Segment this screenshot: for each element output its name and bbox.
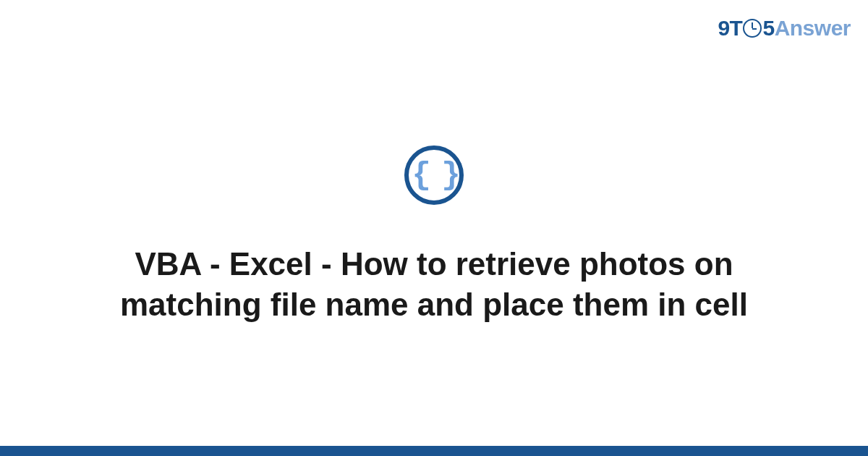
page-title: VBA - Excel - How to retrieve photos on … bbox=[109, 244, 760, 326]
code-braces-icon: { } bbox=[404, 145, 464, 205]
main-content: { } VBA - Excel - How to retrieve photos… bbox=[0, 0, 868, 456]
braces-glyph: { } bbox=[412, 159, 456, 191]
footer-accent-bar bbox=[0, 446, 868, 456]
